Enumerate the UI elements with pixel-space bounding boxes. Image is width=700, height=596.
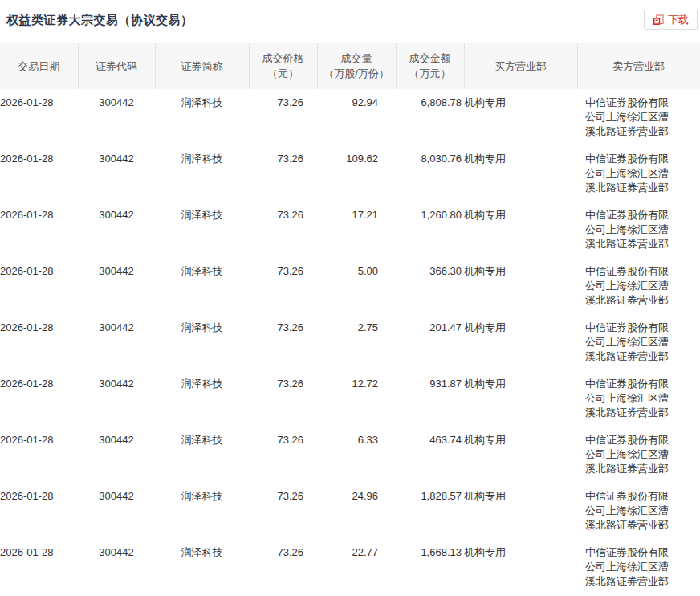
cell-price: 73.26 bbox=[249, 539, 317, 595]
cell-volume: 22.77 bbox=[317, 539, 396, 595]
cell-code: 300442 bbox=[78, 483, 155, 539]
cell-code: 300442 bbox=[78, 370, 155, 427]
cell-name: 润泽科技 bbox=[155, 483, 249, 539]
cell-price: 73.26 bbox=[249, 202, 317, 258]
cell-price: 73.26 bbox=[249, 427, 317, 483]
cell-name: 润泽科技 bbox=[155, 314, 249, 370]
table-row: 2026-01-28300442润泽科技73.26109.628,030.76机… bbox=[0, 145, 700, 202]
cell-code: 300442 bbox=[78, 89, 155, 145]
table-row: 2026-01-28300442润泽科技73.2617.211,260.80机构… bbox=[0, 202, 700, 258]
cell-buyer: 机构专用 bbox=[464, 483, 577, 539]
cell-volume: 2.75 bbox=[317, 314, 396, 370]
table-row: 2026-01-28300442润泽科技73.262.75201.47机构专用中… bbox=[0, 314, 700, 370]
table-row: 2026-01-28300442润泽科技73.2692.946,808.78机构… bbox=[0, 89, 700, 145]
cell-volume: 12.72 bbox=[317, 370, 396, 427]
cell-buyer: 机构专用 bbox=[464, 145, 577, 202]
table-row: 2026-01-28300442润泽科技73.2624.961,828.57机构… bbox=[0, 483, 700, 539]
header-date: 交易日期 bbox=[0, 43, 78, 89]
cell-price: 73.26 bbox=[249, 314, 317, 370]
cell-name: 润泽科技 bbox=[155, 202, 249, 258]
cell-date: 2026-01-28 bbox=[0, 258, 78, 314]
cell-buyer: 机构专用 bbox=[464, 258, 577, 314]
cell-name: 润泽科技 bbox=[155, 89, 249, 145]
header-amount: 成交金额 （万元） bbox=[396, 43, 464, 89]
cell-seller: 中信证券股份有限公司上海徐汇区漕溪北路证券营业部 bbox=[577, 370, 700, 427]
table-row: 2026-01-28300442润泽科技73.265.00366.30机构专用中… bbox=[0, 258, 700, 314]
cell-amount: 1,260.80 bbox=[396, 202, 464, 258]
cell-amount: 6,808.78 bbox=[396, 89, 464, 145]
table-row: 2026-01-28300442润泽科技73.2622.771,668.13机构… bbox=[0, 539, 700, 595]
cell-seller: 中信证券股份有限公司上海徐汇区漕溪北路证券营业部 bbox=[577, 539, 700, 595]
header-code: 证券代码 bbox=[78, 43, 155, 89]
page-title: 权益类证券大宗交易（协议交易） bbox=[6, 13, 193, 28]
cell-price: 73.26 bbox=[249, 258, 317, 314]
cell-code: 300442 bbox=[78, 539, 155, 595]
header-seller: 卖方营业部 bbox=[577, 43, 700, 89]
header-buyer: 买方营业部 bbox=[464, 43, 577, 89]
cell-amount: 8,030.76 bbox=[396, 145, 464, 202]
cell-name: 润泽科技 bbox=[155, 427, 249, 483]
cell-code: 300442 bbox=[78, 145, 155, 202]
cell-amount: 1,668.13 bbox=[396, 539, 464, 595]
cell-buyer: 机构专用 bbox=[464, 370, 577, 427]
cell-name: 润泽科技 bbox=[155, 258, 249, 314]
cell-amount: 366.30 bbox=[396, 258, 464, 314]
cell-volume: 24.96 bbox=[317, 483, 396, 539]
header-price: 成交价格 （元） bbox=[249, 43, 317, 89]
cell-volume: 109.62 bbox=[317, 145, 396, 202]
download-button-label: 下载 bbox=[668, 13, 689, 27]
table-row: 2026-01-28300442润泽科技73.266.33463.74机构专用中… bbox=[0, 427, 700, 483]
cell-volume: 6.33 bbox=[317, 427, 396, 483]
top-bar: 权益类证券大宗交易（协议交易） 下载 bbox=[0, 0, 700, 43]
download-button[interactable]: 下载 bbox=[644, 10, 698, 30]
cell-volume: 92.94 bbox=[317, 89, 396, 145]
cell-seller: 中信证券股份有限公司上海徐汇区漕溪北路证券营业部 bbox=[577, 427, 700, 483]
cell-amount: 201.47 bbox=[396, 314, 464, 370]
cell-seller: 中信证券股份有限公司上海徐汇区漕溪北路证券营业部 bbox=[577, 202, 700, 258]
cell-seller: 中信证券股份有限公司上海徐汇区漕溪北路证券营业部 bbox=[577, 258, 700, 314]
cell-date: 2026-01-28 bbox=[0, 370, 78, 427]
cell-seller: 中信证券股份有限公司上海徐汇区漕溪北路证券营业部 bbox=[577, 145, 700, 202]
cell-buyer: 机构专用 bbox=[464, 89, 577, 145]
block-trades-table: 交易日期 证券代码 证券简称 成交价格 （元） 成交量 （万股/万份） 成交金额… bbox=[0, 43, 700, 595]
cell-date: 2026-01-28 bbox=[0, 145, 78, 202]
cell-seller: 中信证券股份有限公司上海徐汇区漕溪北路证券营业部 bbox=[577, 89, 700, 145]
cell-date: 2026-01-28 bbox=[0, 539, 78, 595]
cell-volume: 5.00 bbox=[317, 258, 396, 314]
cell-code: 300442 bbox=[78, 258, 155, 314]
cell-buyer: 机构专用 bbox=[464, 427, 577, 483]
cell-buyer: 机构专用 bbox=[464, 539, 577, 595]
cell-code: 300442 bbox=[78, 314, 155, 370]
cell-price: 73.26 bbox=[249, 370, 317, 427]
cell-volume: 17.21 bbox=[317, 202, 396, 258]
cell-amount: 463.74 bbox=[396, 427, 464, 483]
cell-price: 73.26 bbox=[249, 89, 317, 145]
cell-date: 2026-01-28 bbox=[0, 89, 78, 145]
cell-date: 2026-01-28 bbox=[0, 314, 78, 370]
cell-code: 300442 bbox=[78, 427, 155, 483]
cell-name: 润泽科技 bbox=[155, 539, 249, 595]
cell-date: 2026-01-28 bbox=[0, 202, 78, 258]
table-row: 2026-01-28300442润泽科技73.2612.72931.87机构专用… bbox=[0, 370, 700, 427]
table-body: 2026-01-28300442润泽科技73.2692.946,808.78机构… bbox=[0, 89, 700, 595]
cell-name: 润泽科技 bbox=[155, 370, 249, 427]
cell-date: 2026-01-28 bbox=[0, 483, 78, 539]
cell-seller: 中信证券股份有限公司上海徐汇区漕溪北路证券营业部 bbox=[577, 483, 700, 539]
table-header-row: 交易日期 证券代码 证券简称 成交价格 （元） 成交量 （万股/万份） 成交金额… bbox=[0, 43, 700, 89]
cell-date: 2026-01-28 bbox=[0, 427, 78, 483]
export-file-icon bbox=[653, 14, 664, 26]
cell-amount: 1,828.57 bbox=[396, 483, 464, 539]
header-volume: 成交量 （万股/万份） bbox=[317, 43, 396, 89]
header-name: 证券简称 bbox=[155, 43, 249, 89]
cell-price: 73.26 bbox=[249, 483, 317, 539]
cell-seller: 中信证券股份有限公司上海徐汇区漕溪北路证券营业部 bbox=[577, 314, 700, 370]
cell-price: 73.26 bbox=[249, 145, 317, 202]
cell-buyer: 机构专用 bbox=[464, 202, 577, 258]
cell-code: 300442 bbox=[78, 202, 155, 258]
cell-amount: 931.87 bbox=[396, 370, 464, 427]
cell-buyer: 机构专用 bbox=[464, 314, 577, 370]
cell-name: 润泽科技 bbox=[155, 145, 249, 202]
